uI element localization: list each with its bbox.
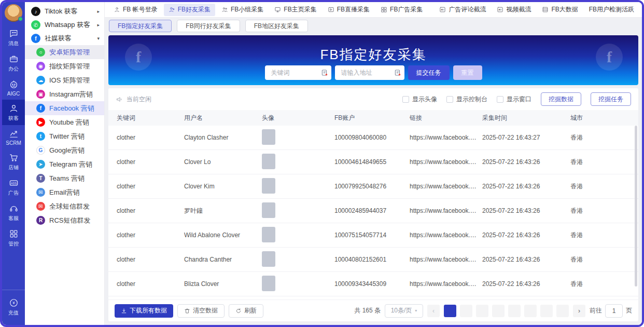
sidebar-submenu-item[interactable]: G Google营销: [25, 143, 104, 157]
page-button[interactable]: [508, 305, 521, 317]
subtab-peer-friend[interactable]: FB同行好友采集: [177, 20, 240, 32]
tab-ad-comment-intercept[interactable]: AD 广告评论截流: [435, 4, 491, 16]
rail-item-recharge[interactable]: ¥ 充值: [2, 294, 25, 320]
table-row[interactable]: clother Clayton Clasher 100009804060080 …: [108, 126, 638, 150]
checkbox-show-window[interactable]: 显示窗口: [497, 95, 531, 104]
page-button[interactable]: [492, 305, 505, 317]
rail-item-scrm[interactable]: SCRM: [2, 125, 25, 149]
top-tabbar: FB 帐号登录 FB好友采集 FB小组采集 FB主页采集 FB直播采集 FB广告…: [105, 2, 642, 18]
page-button[interactable]: [444, 305, 456, 317]
rail-item-shop[interactable]: 店铺: [2, 149, 25, 174]
address-input[interactable]: [340, 69, 394, 77]
prev-page-button[interactable]: ‹: [427, 305, 440, 317]
tab-video-intercept[interactable]: AD 视频截流: [492, 4, 536, 16]
table-row[interactable]: clother Chandra Canther 100040802152601 …: [108, 248, 638, 272]
sidebar-submenu-item[interactable]: ▶ Youtube 营销: [25, 115, 104, 129]
sidebar-submenu-item[interactable]: ✉ 全球短信群发: [25, 199, 104, 213]
rail-item-support[interactable]: 客服: [2, 200, 25, 225]
mine-task-button[interactable]: 挖掘任务: [591, 92, 631, 106]
table-scrollbar[interactable]: [635, 126, 637, 287]
cell-city: 香港: [570, 280, 638, 289]
table-row[interactable]: clother Clover Kim 100079925048276 https…: [108, 174, 638, 199]
table-row[interactable]: clother Blizta Clover 100009343445309 ht…: [108, 272, 638, 296]
cell-fb-account: 100009804060080: [334, 134, 410, 141]
subtab-region-friend[interactable]: FB地区好友采集: [245, 20, 308, 32]
page-button[interactable]: [476, 305, 488, 317]
keyword-input-wrap: [265, 65, 331, 80]
chevron-right-icon: ▸: [97, 9, 100, 14]
reset-button[interactable]: 重置: [453, 65, 482, 80]
sidebar-submenu-item[interactable]: T Teams 营销: [25, 171, 104, 185]
tab-fb-bigdata[interactable]: FB大数据: [537, 4, 582, 16]
rail-item-leads[interactable]: 获客: [2, 100, 25, 125]
whatsapp-icon: ✆: [31, 20, 40, 30]
cell-link[interactable]: https://www.facebook.com/pr...: [410, 183, 482, 190]
sidebar-submenu-item[interactable]: ✉ Email营销: [25, 185, 104, 199]
tab-label: 广告评论截流: [449, 5, 486, 14]
platform-icon: G: [36, 146, 45, 155]
download-icon: [121, 308, 127, 314]
rail-item-ads[interactable]: ADS 广告: [2, 174, 25, 200]
sidebar-group-tiktok[interactable]: ♪ Tiktok 获客 ▸: [25, 5, 104, 18]
rail-item-messages[interactable]: 消息: [2, 25, 25, 50]
tab-fb-ads-collect[interactable]: FB广告采集: [376, 4, 427, 16]
tab-fb-user-active-check[interactable]: FB用户检测活跃: [584, 4, 639, 16]
table-row[interactable]: clother Clover Lo 100004614849655 https:…: [108, 150, 638, 174]
platform-icon: ○: [36, 48, 45, 57]
cell-keyword: clother: [117, 231, 184, 239]
rail-item-office[interactable]: 办公: [2, 50, 25, 76]
checkbox-show-avatar[interactable]: 显示头像: [402, 95, 437, 104]
banner: f f f FB指定好友采集 提交任务 重置: [108, 35, 638, 85]
page-button[interactable]: [540, 305, 553, 317]
tab-fb-group-collect[interactable]: FB小组采集: [217, 4, 268, 16]
page-size-select[interactable]: 10条/页▾: [385, 304, 423, 318]
facebook-icon: f: [31, 34, 40, 43]
sidebar-group-social[interactable]: f 社媒获客 ▾: [25, 32, 104, 45]
sidebar-submenu-item[interactable]: ◉ 指纹矩阵管理: [25, 59, 104, 73]
submit-task-button[interactable]: 提交任务: [408, 65, 450, 80]
rail-item-aigc[interactable]: AIGC: [2, 76, 25, 100]
table-row[interactable]: clother 罗叶鐘 100002485944037 https://www.…: [108, 199, 638, 223]
tab-fb-friend-collect[interactable]: FB好友采集: [164, 4, 215, 16]
sidebar-submenu-item[interactable]: f Facebook 营销: [25, 101, 104, 115]
rail-item-manage[interactable]: 管控: [2, 225, 25, 251]
cell-link[interactable]: https://www.facebook.com/lo...: [410, 207, 482, 214]
sidebar-submenu-item[interactable]: ☁ IOS 矩阵管理: [25, 73, 104, 87]
checkbox-show-console[interactable]: 显示控制台: [446, 95, 487, 104]
cell-link[interactable]: https://www.facebook.com/pr...: [410, 231, 482, 239]
page-button[interactable]: [524, 305, 537, 317]
page-button[interactable]: [556, 305, 569, 317]
cell-link[interactable]: https://www.facebook.com/bl...: [410, 280, 482, 288]
mine-data-button[interactable]: 挖掘数据: [541, 92, 581, 106]
next-page-button[interactable]: ›: [573, 305, 585, 317]
clear-data-button[interactable]: 清空数据: [177, 304, 225, 318]
person-icon: [9, 103, 19, 113]
tab-fb-account-login[interactable]: FB 帐号登录: [109, 4, 162, 16]
cell-city: 香港: [570, 133, 638, 142]
subtab-designated-friend[interactable]: FB指定好友采集: [109, 20, 172, 32]
refresh-button[interactable]: 刷新: [229, 304, 263, 318]
tab-label: FB大数据: [551, 5, 578, 14]
user-avatar[interactable]: [5, 4, 22, 22]
document-edit-icon[interactable]: [394, 69, 401, 76]
tab-fb-page-collect[interactable]: FB主页采集: [270, 4, 321, 16]
submenu-label: 全球短信群发: [49, 202, 90, 211]
cell-link[interactable]: https://www.facebook.com/pr...: [410, 134, 482, 141]
platform-icon: ◉: [36, 62, 45, 71]
sidebar-submenu-item[interactable]: R RCS短信群发: [25, 213, 104, 227]
sidebar-submenu-item[interactable]: ▣ Instagram营销: [25, 87, 104, 101]
keyword-input[interactable]: [270, 69, 321, 77]
goto-page-input[interactable]: [605, 304, 623, 318]
table-row[interactable]: clother Wild Abalone Clover 100075154057…: [108, 223, 638, 248]
cell-link[interactable]: https://www.facebook.com/ke...: [410, 256, 482, 263]
cell-link[interactable]: https://www.facebook.com/cl...: [410, 158, 482, 166]
tab-fb-live-collect[interactable]: FB直播采集: [323, 4, 374, 16]
sidebar-group-whatsapp[interactable]: ✆ Whatsapp 获客 ▸: [25, 18, 104, 32]
document-edit-icon[interactable]: [321, 69, 328, 76]
sidebar-submenu-item[interactable]: ➤ Telegram 营销: [25, 157, 104, 171]
sidebar-submenu-item[interactable]: t Twitter 营销: [25, 129, 104, 143]
sidebar-submenu-item[interactable]: ○ 安卓矩阵管理: [25, 45, 104, 59]
download-all-button[interactable]: 下载所有数据: [115, 304, 173, 318]
cell-city: 香港: [570, 255, 638, 264]
page-button[interactable]: [460, 305, 472, 317]
